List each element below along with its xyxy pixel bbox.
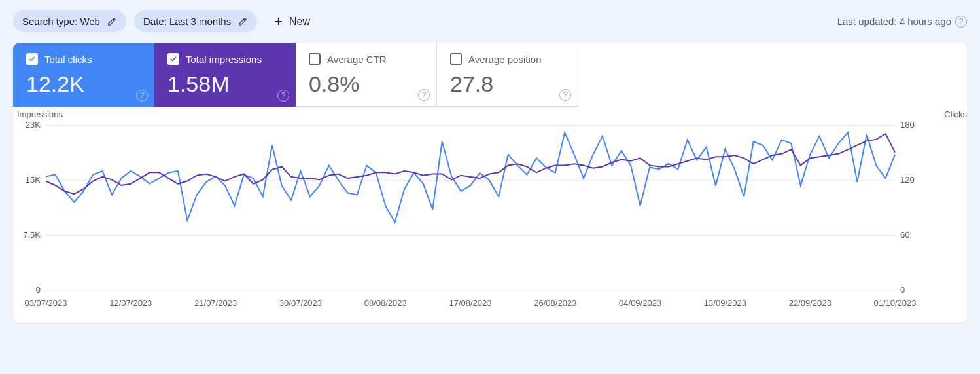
last-updated: Last updated: 4 hours ago ?	[837, 16, 967, 28]
plus-icon: +	[274, 14, 283, 29]
metric-label: Average CTR	[327, 54, 387, 65]
checkbox-icon	[309, 53, 321, 65]
filter-chip-label: Date: Last 3 months	[143, 16, 231, 27]
metric-card-impressions[interactable]: Total impressions 1.58M ?	[154, 43, 296, 107]
help-icon[interactable]: ?	[955, 16, 967, 28]
metric-value: 1.58M	[167, 71, 283, 97]
help-icon[interactable]: ?	[277, 90, 289, 102]
chart-svg	[13, 107, 928, 323]
performance-panel: Total clicks 12.2K ? Total impressions 1…	[13, 43, 967, 323]
chart-area: ImpressionsClicks23K18015K1207.5K600003/…	[13, 107, 967, 323]
filter-chip-date[interactable]: Date: Last 3 months	[134, 10, 257, 32]
metric-card-clicks[interactable]: Total clicks 12.2K ?	[13, 43, 154, 107]
metric-label: Total clicks	[44, 54, 92, 65]
metric-card-position[interactable]: Average position 27.8 ?	[437, 43, 578, 107]
filter-chip-search-type[interactable]: Search type: Web	[13, 10, 126, 32]
right-axis-label: Clicks	[944, 109, 967, 119]
metric-label: Total impressions	[186, 54, 262, 65]
help-icon[interactable]: ?	[559, 89, 571, 101]
filter-chip-label: Search type: Web	[22, 16, 100, 27]
help-icon[interactable]: ?	[136, 90, 148, 102]
new-filter-label: New	[289, 16, 310, 28]
new-filter-button[interactable]: + New	[274, 14, 310, 29]
metric-label: Average position	[468, 54, 541, 65]
pencil-icon	[237, 16, 248, 27]
checkbox-icon	[26, 53, 38, 65]
last-updated-text: Last updated: 4 hours ago	[837, 16, 951, 27]
pencil-icon	[107, 16, 117, 27]
metric-value: 12.2K	[26, 71, 141, 97]
metric-value: 0.8%	[309, 71, 423, 97]
help-icon[interactable]: ?	[418, 89, 430, 101]
metric-value: 27.8	[450, 71, 565, 97]
checkbox-icon	[450, 53, 462, 65]
checkbox-icon	[167, 53, 179, 65]
metric-card-ctr[interactable]: Average CTR 0.8% ?	[296, 43, 437, 107]
